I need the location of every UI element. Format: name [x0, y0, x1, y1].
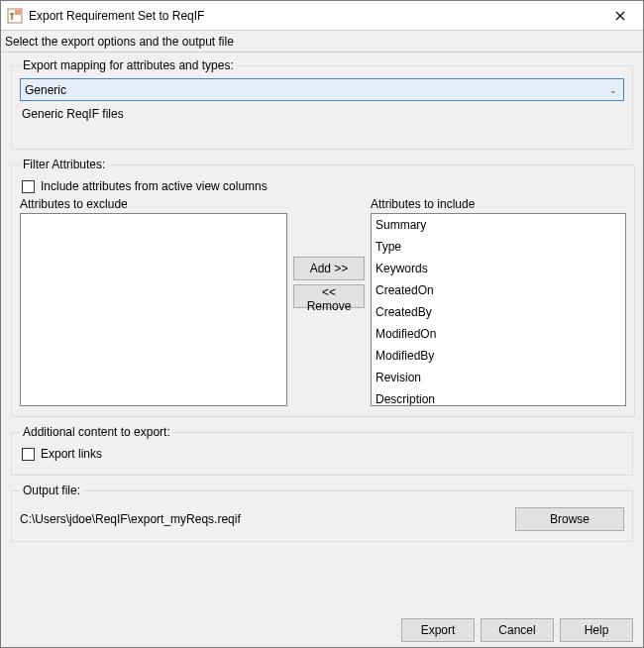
- content-area: Export mapping for attributes and types:…: [1, 53, 643, 648]
- mapping-group: Export mapping for attributes and types:…: [11, 58, 633, 150]
- browse-button[interactable]: Browse: [515, 507, 624, 531]
- list-item[interactable]: Revision: [372, 367, 625, 388]
- export-links-checkbox[interactable]: Export links: [22, 447, 624, 461]
- export-links-label: Export links: [41, 447, 102, 461]
- list-item[interactable]: Type: [372, 236, 625, 258]
- mapping-selected: Generic: [25, 83, 609, 97]
- additional-group: Additional content to export: Export lin…: [11, 425, 633, 476]
- mapping-dropdown[interactable]: Generic ⌄: [20, 78, 624, 101]
- cancel-button[interactable]: Cancel: [481, 618, 554, 642]
- help-button[interactable]: Help: [560, 618, 633, 642]
- checkbox-icon: [22, 180, 35, 193]
- include-active-view-checkbox[interactable]: Include attributes from active view colu…: [22, 179, 626, 193]
- mapping-legend: Export mapping for attributes and types:: [20, 58, 237, 72]
- list-item[interactable]: ModifiedOn: [372, 323, 625, 345]
- attributes-exclude-list[interactable]: [20, 213, 287, 406]
- checkbox-icon: [22, 448, 35, 461]
- export-button[interactable]: Export: [401, 618, 475, 642]
- attributes-include-list[interactable]: SummaryTypeKeywordsCreatedOnCreatedByMod…: [371, 213, 626, 406]
- filter-legend: Filter Attributes:: [20, 158, 108, 171]
- output-legend: Output file:: [20, 484, 83, 497]
- list-item[interactable]: Summary: [372, 214, 625, 236]
- list-item[interactable]: CreatedOn: [372, 279, 625, 301]
- exclude-column: Attributes to exclude: [20, 197, 287, 406]
- filter-group: Filter Attributes: Include attributes fr…: [11, 158, 635, 417]
- list-item[interactable]: Keywords: [372, 258, 625, 279]
- list-item[interactable]: Description: [372, 388, 625, 406]
- window-title: Export Requirement Set to ReqIF: [29, 9, 597, 23]
- exclude-label: Attributes to exclude: [20, 197, 287, 211]
- mapping-description: Generic ReqIF files: [22, 107, 622, 121]
- output-path: C:\Users\jdoe\ReqIF\export_myReqs.reqif: [20, 510, 515, 528]
- titlebar: Export Requirement Set to ReqIF: [1, 1, 643, 31]
- transfer-buttons: Add >> << Remove: [287, 197, 371, 308]
- close-button[interactable]: [597, 1, 643, 31]
- include-column: Attributes to include SummaryTypeKeyword…: [371, 197, 626, 406]
- remove-button[interactable]: << Remove: [293, 284, 365, 308]
- filter-body: Attributes to exclude Add >> << Remove A…: [20, 197, 626, 406]
- app-icon: [7, 8, 23, 24]
- output-group: Output file: C:\Users\jdoe\ReqIF\export_…: [11, 484, 633, 542]
- output-row: C:\Users\jdoe\ReqIF\export_myReqs.reqif …: [20, 507, 624, 531]
- dialog-buttons: Export Cancel Help: [401, 618, 633, 642]
- include-active-view-label: Include attributes from active view colu…: [41, 179, 268, 193]
- list-item[interactable]: CreatedBy: [372, 301, 625, 323]
- close-icon: [615, 11, 625, 21]
- chevron-down-icon: ⌄: [609, 85, 619, 95]
- additional-legend: Additional content to export:: [20, 425, 173, 439]
- list-item[interactable]: ModifiedBy: [372, 345, 625, 367]
- subtitle-bar: Select the export options and the output…: [1, 31, 643, 53]
- include-label: Attributes to include: [371, 197, 626, 211]
- add-button[interactable]: Add >>: [293, 257, 365, 280]
- svg-rect-1: [15, 10, 21, 15]
